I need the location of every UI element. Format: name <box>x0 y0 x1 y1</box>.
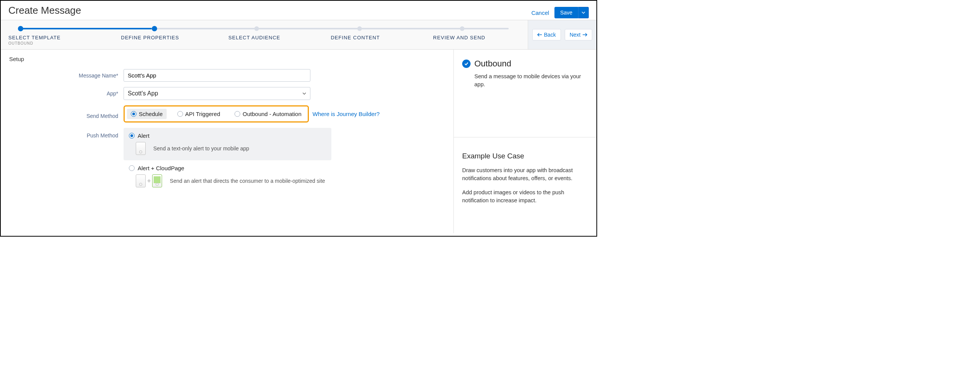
check-circle-icon <box>462 60 471 68</box>
caret-down-icon <box>582 11 585 15</box>
push-option-alert-cloudpage[interactable]: Alert + CloudPage + Send an alert that d… <box>124 160 331 193</box>
wizard-progress: SELECT TEMPLATE OUTBOUND DEFINE PROPERTI… <box>1 20 528 49</box>
send-method-api-triggered[interactable]: API Triggered <box>174 109 224 119</box>
phone-pair-icon: + <box>136 174 162 187</box>
send-method-highlight: Schedule API Triggered Outbound - Automa… <box>124 105 309 123</box>
template-description: Send a message to mobile devices via you… <box>462 73 588 89</box>
cancel-link[interactable]: Cancel <box>531 10 549 16</box>
step-select-template-sub: OUTBOUND <box>8 41 121 45</box>
send-method-outbound-automation[interactable]: Outbound - Automation <box>231 109 305 119</box>
template-title: Outbound <box>474 59 511 69</box>
next-button[interactable]: Next <box>565 29 593 40</box>
step-review-send[interactable]: REVIEW AND SEND <box>433 35 485 40</box>
step-select-template[interactable]: SELECT TEMPLATE <box>8 35 121 40</box>
message-name-input[interactable] <box>124 69 310 82</box>
page-title: Create Message <box>8 5 81 16</box>
app-select[interactable]: Scott's App <box>124 87 310 100</box>
phone-icon <box>136 142 146 155</box>
save-button[interactable]: Save <box>554 7 578 18</box>
push-option-alert[interactable]: Alert Send a text-only alert to your mob… <box>124 128 331 160</box>
send-method-schedule[interactable]: Schedule <box>127 109 167 119</box>
app-label: App* <box>9 90 124 97</box>
step-select-audience[interactable]: SELECT AUDIENCE <box>228 35 331 40</box>
step-define-content[interactable]: DEFINE CONTENT <box>331 35 433 40</box>
push-method-label: Push Method <box>9 128 124 139</box>
example-use-case-body: Draw customers into your app with broadc… <box>462 166 588 205</box>
arrow-left-icon <box>537 33 542 37</box>
send-method-label: Send Method <box>9 109 124 119</box>
step-define-properties[interactable]: DEFINE PROPERTIES <box>121 35 228 40</box>
example-use-case-title: Example Use Case <box>462 152 588 160</box>
arrow-right-icon <box>583 33 587 37</box>
journey-builder-link[interactable]: Where is Journey Builder? <box>313 111 380 117</box>
section-heading: Setup <box>9 56 445 62</box>
message-name-label: Message Name* <box>9 73 124 79</box>
save-dropdown-button[interactable] <box>578 7 589 18</box>
back-button[interactable]: Back <box>532 29 561 40</box>
caret-down-icon <box>302 92 306 95</box>
